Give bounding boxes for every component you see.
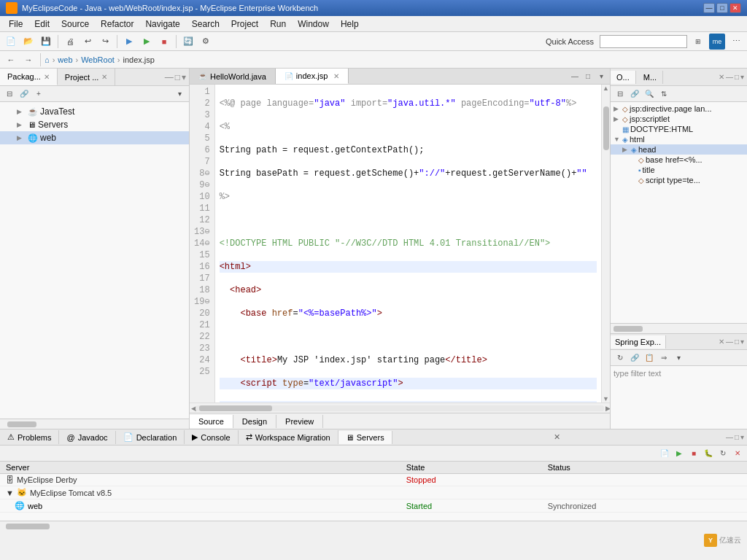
breadcrumb-home[interactable]: ⌂ (44, 55, 50, 64)
menu-window[interactable]: Window (292, 18, 335, 31)
spring-min-btn[interactable]: — (726, 338, 733, 346)
hscroll-left[interactable]: ◀ (190, 405, 194, 412)
spring-btn1[interactable]: ↻ (614, 351, 627, 365)
perspective-button[interactable]: ⊞ (690, 34, 706, 50)
expand-web[interactable]: ▶ (17, 134, 26, 141)
left-panel-minimize[interactable]: — (165, 72, 174, 82)
tab-javadoc[interactable]: @ Javadoc (59, 431, 115, 444)
outline-html[interactable]: ▼ ◈ html (611, 134, 747, 144)
project-navigator-close[interactable]: ✕ (101, 73, 107, 81)
outline-sort-btn[interactable]: ⇅ (657, 88, 670, 101)
bottom-max-btn[interactable]: □ (735, 433, 739, 441)
outline-tab-m[interactable]: M... (638, 71, 663, 84)
outline-filter-btn[interactable]: 🔍 (643, 88, 656, 101)
bottom-tab-preview[interactable]: Preview (276, 415, 323, 428)
bottom-hscroll[interactable] (0, 521, 747, 531)
bottom-min-btn[interactable]: — (726, 433, 733, 441)
scrollbar-thumb[interactable] (603, 106, 609, 150)
me-button[interactable]: me (709, 34, 725, 50)
code-area[interactable]: <%@ page language="java" import="java.ut… (215, 85, 601, 402)
editor-menu[interactable]: ▾ (595, 71, 607, 82)
redo-button[interactable]: ↪ (97, 34, 113, 50)
server-row-tomcat[interactable]: ▼ 🐱 MyEclipse Tomcat v8.5 (0, 486, 747, 499)
expand-directive[interactable]: ▶ (614, 105, 621, 112)
save-button[interactable]: 💾 (38, 34, 54, 50)
tab-problems[interactable]: ⚠ Problems (0, 430, 59, 444)
tab-helloworld[interactable]: ☕ HelloWorld.java (190, 69, 276, 84)
expand-servers[interactable]: ▶ (17, 121, 26, 128)
spring-btn4[interactable]: ⇒ (657, 351, 670, 365)
servers-new-btn[interactable]: 📄 (658, 447, 671, 460)
forward-button[interactable]: → (20, 52, 36, 68)
tab-workspace-migration[interactable]: ⇄ Workspace Migration (239, 430, 338, 444)
link-editor-button[interactable]: 🔗 (18, 88, 31, 101)
outline-scriptlet[interactable]: ▶ ◇ jsp:scriptlet (611, 114, 747, 124)
tomcat-expand[interactable]: ▼ (6, 489, 14, 497)
tree-item-servers[interactable]: ▶ 🖥 Servers (0, 118, 189, 131)
spring-tab-explorer[interactable]: Spring Exp... (611, 335, 666, 349)
spring-btn2[interactable]: 🔗 (628, 351, 641, 365)
editor-scrollbar[interactable]: ▲ ▼ (601, 85, 610, 402)
outline-min-btn[interactable]: — (726, 73, 733, 81)
view-menu-button[interactable]: ▾ (173, 88, 186, 101)
new-item-button[interactable]: + (32, 88, 45, 101)
menu-run[interactable]: Run (264, 18, 292, 31)
bottom-menu-btn[interactable]: ▾ (740, 433, 744, 441)
outline-menu-btn[interactable]: ▾ (740, 73, 744, 81)
spring-btn5[interactable]: ▾ (672, 351, 685, 365)
menu-edit[interactable]: Edit (28, 18, 55, 31)
menu-help[interactable]: Help (335, 18, 365, 31)
menu-file[interactable]: File (3, 18, 28, 31)
expand-javatest[interactable]: ▶ (17, 108, 26, 115)
run-button[interactable]: ▶ (139, 34, 155, 50)
servers-debug-btn[interactable]: 🐛 (702, 447, 715, 460)
servers-restart-btn[interactable]: ↻ (716, 447, 729, 460)
outline-sync-btn[interactable]: 🔗 (628, 88, 641, 101)
breadcrumb-webroot[interactable]: WebRoot (81, 55, 115, 64)
menu-navigate[interactable]: Navigate (139, 18, 185, 31)
quick-access-input[interactable] (600, 35, 687, 48)
collapse-all-button[interactable]: ⊟ (3, 88, 16, 101)
bottom-tab-source[interactable]: Source (190, 415, 233, 428)
spring-close-btn[interactable]: ✕ (719, 338, 724, 346)
maximize-button[interactable]: □ (716, 3, 728, 13)
menu-search[interactable]: Search (186, 18, 225, 31)
server-row-derby[interactable]: 🗄 MyEclipse Derby Stopped (0, 474, 747, 486)
hscroll-thumb[interactable] (199, 405, 272, 411)
outline-title[interactable]: ▶ ▪ title (611, 165, 747, 175)
left-panel-maximize[interactable]: □ (175, 72, 180, 82)
outline-doctype[interactable]: ▶ ▦ DOCTYPE:HTML (611, 124, 747, 134)
scroll-down-btn[interactable]: ▼ (603, 395, 610, 402)
close-button[interactable]: ✕ (729, 3, 741, 13)
servers-start-btn[interactable]: ▶ (673, 447, 686, 460)
package-explorer-close[interactable]: ✕ (44, 73, 50, 81)
tab-package-explorer[interactable]: Packag... ✕ (0, 69, 58, 85)
tab-indexjsp[interactable]: 📄 index.jsp ✕ (276, 69, 349, 84)
print-button[interactable]: 🖨 (62, 34, 78, 50)
outline-close-btn[interactable]: ✕ (719, 73, 724, 81)
editor-hscroll[interactable]: ◀ ▶ (190, 402, 610, 413)
outline-tab-o[interactable]: O... (611, 71, 636, 84)
menu-refactor[interactable]: Refactor (95, 18, 139, 31)
expand-html[interactable]: ▼ (614, 136, 621, 143)
expand-scriptlet[interactable]: ▶ (614, 115, 621, 122)
undo-button[interactable]: ↩ (80, 34, 96, 50)
left-panel-hscroll[interactable] (0, 419, 189, 429)
hscroll-track[interactable] (196, 405, 604, 411)
tab-project-navigator[interactable]: Project ... ✕ (58, 69, 115, 85)
servers-remove-btn[interactable]: ✕ (731, 447, 744, 460)
tab-console[interactable]: ▶ Console (185, 430, 238, 444)
tab-declaration[interactable]: 📄 Declaration (116, 430, 185, 444)
left-panel-dropdown[interactable]: ▾ (182, 72, 186, 82)
menu-source[interactable]: Source (55, 18, 95, 31)
indexjsp-tab-close[interactable]: ✕ (333, 72, 339, 80)
spring-menu-btn[interactable]: ▾ (740, 338, 744, 346)
expand-head[interactable]: ▶ (622, 146, 630, 153)
spring-max-btn[interactable]: □ (735, 338, 739, 346)
outline-collapse-btn[interactable]: ⊟ (614, 88, 627, 101)
spring-btn3[interactable]: 📋 (643, 351, 656, 365)
editor-minimize[interactable]: — (569, 71, 581, 82)
bottom-panel-close[interactable]: ✕ (554, 432, 565, 442)
open-button[interactable]: 📂 (20, 34, 36, 50)
bottom-tab-design[interactable]: Design (233, 415, 276, 428)
